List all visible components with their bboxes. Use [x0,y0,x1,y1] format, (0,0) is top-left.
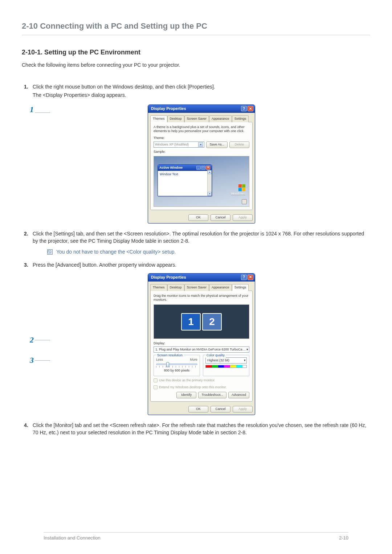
dialog2-panel: Drag the monitor icons to match the phys… [150,291,253,402]
apply-button[interactable]: Apply [233,406,253,413]
callout-2-line [35,340,50,340]
screen-resolution-group: Screen resolution Less More 800 by 600 p… [154,355,200,376]
section-heading: 2-10 Connecting with a PC and Setting up… [22,20,370,35]
display-select-value: 1. Plug and Play Monitor on NVIDIA GeFor… [155,347,246,352]
callout-1-line [35,112,50,113]
display-label: Display: [154,341,249,346]
dialog2-titlebar[interactable]: Display Properties ? ✕ [148,274,255,282]
note-icon: ⃠ [47,249,53,255]
windows-flag-icon [238,184,245,191]
tab-settings[interactable]: Settings [232,115,249,122]
identify-row: Identify Troubleshoot... Advanced [154,392,249,398]
tab-desktop[interactable]: Desktop [167,115,184,122]
step-3-text: Press the [Advanced] button. Another pro… [33,262,176,268]
intro-text: Check the following items before connect… [22,61,370,69]
tab-screensaver[interactable]: Screen Saver [184,115,209,122]
more-label: More [190,357,197,362]
step-1: Click the right mouse button on the Wind… [22,83,370,223]
tab-desktop[interactable]: Desktop [167,284,184,291]
sample-scrollbar: ▴ ▾ [207,170,212,196]
chevron-down-icon: ▾ [244,358,246,363]
dialog1-titlebar[interactable]: Display Properties ? ✕ [148,105,255,113]
dialog2-title: Display Properties [151,275,186,280]
color-quality-group: Color quality Highest (32 bit) ▾ [203,355,249,376]
sample-active-window: Active Window _ □ ✕ Window Text ▴ [158,164,212,196]
dialog1-desc: A theme is a background plus a set of so… [154,125,249,133]
display-select[interactable]: 1. Plug and Play Monitor on NVIDIA GeFor… [154,346,249,353]
monitor-1-icon[interactable]: 1 [181,313,201,331]
footer-left: Installation and Connection [44,535,101,542]
cancel-button[interactable]: Cancel [211,214,230,221]
ok-button[interactable]: OK [188,214,208,221]
sub-heading: 2-10-1. Setting up the PC Environment [22,48,370,57]
figure-1-wrap: 1 Display Properties ? ✕ Themes Desktop … [33,104,370,223]
minimize-icon: _ [196,166,201,170]
apply-button[interactable]: Apply [233,214,253,221]
ok-button[interactable]: OK [188,406,208,413]
chevron-down-icon: ▾ [246,347,248,352]
identify-button[interactable]: Identify [176,392,196,398]
tab-themes[interactable]: Themes [150,115,167,122]
dialog2-tabs: Themes Desktop Screen Saver Appearance S… [148,282,255,291]
primary-monitor-label: Use this device as the primary monitor. [159,378,215,383]
tab-screensaver[interactable]: Screen Saver [184,284,209,291]
theme-label: Theme: [154,136,249,140]
help-icon[interactable]: ? [241,106,247,111]
screen-resolution-legend: Screen resolution [156,353,184,358]
note-text: You do not have to change the <Color qua… [56,248,176,255]
extend-desktop-row: Extend my Windows desktop onto this moni… [154,385,249,390]
step-1-text-b: The <Display Properties> dialog appears. [33,91,370,99]
primary-monitor-checkbox[interactable] [154,378,158,382]
color-quality-select[interactable]: Highest (32 bit) ▾ [205,357,247,364]
less-label: Less [156,357,163,362]
step-2: Click the [Settings] tab, and then set t… [22,230,370,256]
color-quality-value: Highest (32 bit) [207,358,229,363]
sample-preview: Active Window _ □ ✕ Window Text ▴ [154,156,249,207]
close-icon[interactable]: ✕ [248,106,253,111]
close-icon: ✕ [206,166,210,170]
troubleshoot-button[interactable]: Troubleshoot... [198,392,226,398]
monitor-2-icon[interactable]: 2 [202,313,222,331]
extend-desktop-checkbox[interactable] [154,385,158,389]
tab-appearance[interactable]: Appearance [209,115,232,122]
slider-handle[interactable] [166,362,169,367]
monitor-arrangement[interactable]: 1 2 [154,304,249,339]
dialog2-bottom: OK Cancel Apply [148,404,255,415]
dialog1-panel: A theme is a background plus a set of so… [150,122,253,210]
step-3: Press the [Advanced] button. Another pro… [22,261,370,415]
tab-themes[interactable]: Themes [150,284,167,291]
resolution-slider[interactable] [156,364,197,365]
callout-3-line [35,360,50,361]
color-quality-legend: Color quality [205,353,226,358]
recycle-bin-icon [242,199,247,204]
note-row: ⃠ You do not have to change the <Color q… [47,248,370,255]
page-footer: Installation and Connection 2-10 [44,532,348,542]
display-properties-dialog-settings: Display Properties ? ✕ Themes Desktop Sc… [148,273,255,415]
theme-select-value: Windows XP (Modified) [155,142,189,147]
slider-ticks [156,366,197,368]
tab-appearance[interactable]: Appearance [209,284,232,291]
callout-1: 1 [30,104,34,115]
close-icon[interactable]: ✕ [248,275,253,280]
save-as-button[interactable]: Save As... [206,141,228,148]
extend-desktop-label: Extend my Windows desktop onto this moni… [159,385,227,390]
scroll-down-icon: ▾ [208,192,212,196]
display-properties-dialog-themes: Display Properties ? ✕ Themes Desktop Sc… [148,104,255,223]
resolution-value: 800 by 600 pixels [156,368,197,373]
dialog1-bottom: OK Cancel Apply [148,212,255,223]
color-preview-bar [205,365,247,368]
sample-window-text: Window Text [158,171,212,178]
primary-monitor-row: Use this device as the primary monitor. [154,378,249,383]
advanced-button[interactable]: Advanced [228,392,249,398]
theme-select[interactable]: Windows XP (Modified) ▾ [154,141,204,148]
step-4: Click the [Monitor] tab and set the <Scr… [22,422,370,436]
maximize-icon: □ [201,166,205,170]
delete-button[interactable]: Delete [229,141,249,148]
windows-brand-text: Windows [231,192,245,196]
footer-right: 2-10 [339,535,348,542]
tab-settings[interactable]: Settings [232,284,249,291]
callout-3: 3 [30,354,34,366]
help-icon[interactable]: ? [241,275,247,280]
cancel-button[interactable]: Cancel [211,406,230,413]
dialog1-title: Display Properties [151,106,186,112]
